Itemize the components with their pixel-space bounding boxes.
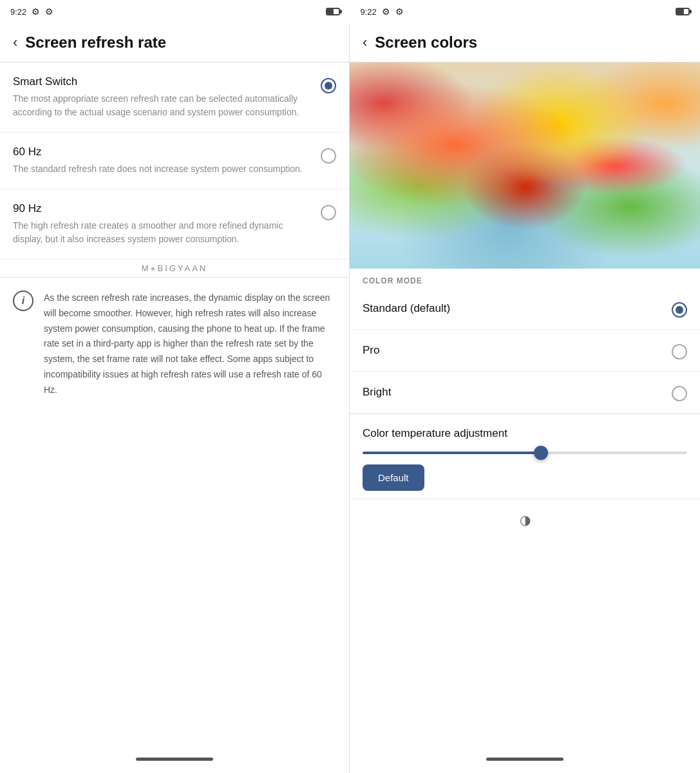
left-page-title: Screen refresh rate <box>25 33 166 52</box>
left-header: ‹ Screen refresh rate <box>0 23 349 62</box>
temp-title: Color temperature adjustment <box>363 427 687 440</box>
color-mode-standard[interactable]: Standard (default) <box>350 288 700 330</box>
back-button-left[interactable]: ‹ <box>13 35 17 50</box>
standard-radio[interactable] <box>672 302 687 318</box>
refresh-option-60hz[interactable]: 60 Hz The standard refresh rate does not… <box>0 133 349 189</box>
pro-radio[interactable] <box>672 344 687 359</box>
status-bar: 9:22 ⚙ ⚙ 9:22 ⚙ ⚙ <box>0 0 700 23</box>
bright-label: Bright <box>363 386 391 399</box>
right-page-title: Screen colors <box>375 33 477 52</box>
watermark-dot: ● <box>151 263 158 273</box>
color-mode-label: COLOR MODE <box>350 269 700 288</box>
half-circle-icon: ◑ <box>520 512 531 528</box>
info-text: As the screen refresh rate increases, th… <box>44 291 336 398</box>
battery-area-left <box>326 8 340 15</box>
right-scroll-content: COLOR MODE Standard (default) Pro Bright… <box>350 62 700 745</box>
battery-area-right <box>676 8 690 15</box>
bottom-icon-area: ◑ <box>350 499 700 540</box>
bright-radio[interactable] <box>672 386 687 401</box>
gear-icon-right: ⚙ <box>382 6 390 17</box>
60hz-text: 60 Hz The standard refresh rate does not… <box>13 146 310 176</box>
refresh-option-90hz[interactable]: 90 Hz The high refresh rate creates a sm… <box>0 189 349 260</box>
slider-container[interactable] <box>363 452 687 454</box>
settings-icon-right: ⚙ <box>395 6 404 17</box>
time-left: 9:22 <box>10 7 26 17</box>
gear-icon-left: ⚙ <box>32 6 40 17</box>
smart-switch-desc: The most appropriate screen refresh rate… <box>13 92 310 119</box>
panels-wrapper: ‹ Screen refresh rate Smart Switch The m… <box>0 23 700 745</box>
fruit-bowl-visual <box>350 62 700 269</box>
60hz-title: 60 Hz <box>13 146 310 158</box>
info-icon: i <box>13 291 33 311</box>
status-bar-left: 9:22 ⚙ ⚙ <box>0 0 350 23</box>
time-right: 9:22 <box>361 7 377 17</box>
90hz-text: 90 Hz The high refresh rate creates a sm… <box>13 202 310 246</box>
watermark-m: M <box>142 263 151 273</box>
60hz-radio[interactable] <box>321 148 336 164</box>
home-indicator-right[interactable] <box>486 758 563 761</box>
left-panel: ‹ Screen refresh rate Smart Switch The m… <box>0 23 350 745</box>
smart-switch-title: Smart Switch <box>13 75 310 88</box>
bottom-navigation <box>0 745 700 773</box>
slider-fill <box>363 452 541 454</box>
default-button[interactable]: Default <box>363 464 424 491</box>
settings-icon-left: ⚙ <box>45 6 53 17</box>
smart-switch-text: Smart Switch The most appropriate screen… <box>13 75 310 119</box>
90hz-title: 90 Hz <box>13 202 310 215</box>
bottom-nav-left <box>0 745 350 773</box>
90hz-desc: The high refresh rate creates a smoother… <box>13 219 310 246</box>
smart-switch-radio[interactable] <box>321 78 336 93</box>
watermark-text: M●BIGYAAN <box>142 263 208 273</box>
60hz-desc: The standard refresh rate does not incre… <box>13 162 310 176</box>
90hz-radio[interactable] <box>321 205 336 220</box>
pro-label: Pro <box>363 344 379 357</box>
left-scroll-content: Smart Switch The most appropriate screen… <box>0 62 349 745</box>
watermark-rest: BIGYAAN <box>157 263 207 273</box>
info-section: i As the screen refresh rate increases, … <box>0 278 349 411</box>
slider-track <box>363 452 687 454</box>
watermark-area: M●BIGYAAN <box>0 260 349 278</box>
right-panel: ‹ Screen colors COLOR MODE Standard (def… <box>350 23 700 745</box>
battery-icon-right <box>676 8 690 15</box>
battery-icon-left <box>326 8 340 15</box>
status-bar-right: 9:22 ⚙ ⚙ <box>350 0 701 23</box>
slider-thumb[interactable] <box>534 446 548 460</box>
color-mode-bright[interactable]: Bright <box>350 372 700 414</box>
temp-section: Color temperature adjustment Default <box>350 414 700 499</box>
color-mode-pro[interactable]: Pro <box>350 330 700 372</box>
back-button-right[interactable]: ‹ <box>363 35 367 50</box>
bottom-nav-right <box>350 745 700 773</box>
right-header: ‹ Screen colors <box>350 23 700 62</box>
refresh-option-smart-switch[interactable]: Smart Switch The most appropriate screen… <box>0 62 349 133</box>
home-indicator-left[interactable] <box>136 758 213 761</box>
standard-label: Standard (default) <box>363 302 450 315</box>
fruit-bowl-image <box>350 62 700 269</box>
